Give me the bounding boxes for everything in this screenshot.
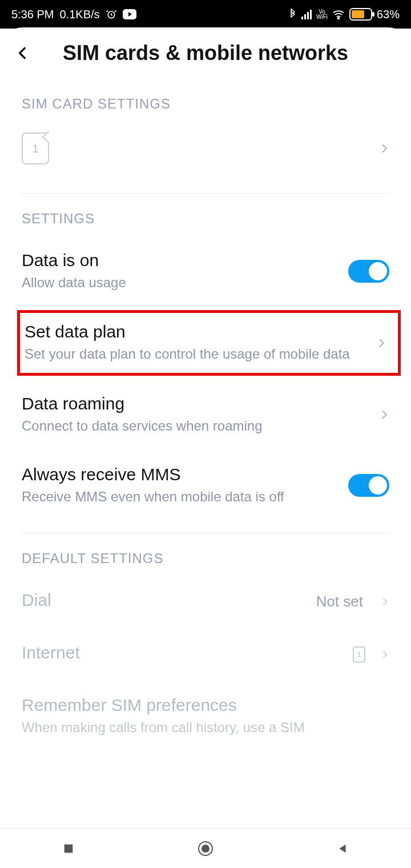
section-header-sim: SIM CARD SETTINGS: [0, 79, 411, 121]
set-data-plan-row[interactable]: Set data plan Set your data plan to cont…: [17, 310, 401, 375]
data-on-title: Data is on: [22, 251, 337, 270]
status-netspeed: 0.1KB/s: [59, 8, 99, 21]
internet-text: Internet: [22, 643, 341, 666]
data-roaming-text: Data roaming Connect to data services wh…: [22, 394, 368, 435]
mms-text: Always receive MMS Receive MMS even when…: [22, 465, 337, 506]
remember-sim-row[interactable]: Remember SIM preferences When making cal…: [0, 681, 411, 737]
vowifi-icon: Vo WiFi: [316, 9, 328, 19]
svg-rect-3: [65, 844, 73, 853]
data-on-sub: Allow data usage: [22, 274, 337, 292]
signal-icon: [301, 9, 312, 19]
alarm-icon: [106, 9, 117, 20]
data-roaming-title: Data roaming: [22, 394, 368, 413]
dial-value: Not set: [316, 593, 363, 610]
chevron-right-icon: [380, 648, 389, 661]
navigation-bar: [0, 828, 411, 868]
section-header-default: DEFAULT SETTINGS: [0, 533, 411, 576]
chevron-right-icon: [380, 595, 389, 609]
nav-back-button[interactable]: [331, 837, 354, 860]
status-right: Vo WiFi 63%: [289, 8, 400, 21]
wifi-icon: [332, 9, 345, 19]
set-data-plan-text: Set data plan Set your data plan to cont…: [25, 322, 365, 363]
app-bar: SIM cards & mobile networks: [0, 27, 411, 79]
mms-toggle-row[interactable]: Always receive MMS Receive MMS even when…: [0, 450, 411, 521]
nav-home-button[interactable]: [194, 837, 217, 860]
battery-percent: 63%: [377, 8, 400, 21]
dial-title: Dial: [22, 590, 305, 610]
nav-recent-button[interactable]: [57, 837, 80, 860]
mms-title: Always receive MMS: [22, 465, 337, 484]
dial-text: Dial: [22, 590, 305, 613]
chevron-right-icon: [376, 335, 386, 351]
data-roaming-sub: Connect to data services when roaming: [22, 417, 368, 435]
data-toggle-text: Data is on Allow data usage: [22, 251, 337, 292]
sim-slot-number: 1: [32, 142, 38, 155]
section-header-settings: SETTINGS: [0, 194, 411, 236]
mms-toggle-switch[interactable]: [348, 474, 389, 497]
status-left: 5:36 PM 0.1KB/s: [11, 8, 136, 21]
data-roaming-row[interactable]: Data roaming Connect to data services wh…: [0, 379, 411, 450]
status-time: 5:36 PM: [11, 8, 54, 21]
youtube-icon: [123, 9, 136, 19]
set-data-plan-sub: Set your data plan to control the usage …: [25, 345, 365, 363]
chevron-right-icon: [379, 407, 389, 423]
sim-card-icon: 1: [22, 132, 49, 164]
page-title: SIM cards & mobile networks: [11, 41, 400, 65]
svg-point-5: [202, 845, 209, 853]
chevron-right-icon: [379, 140, 389, 156]
sim-card-icon: 1: [353, 646, 365, 662]
screen: SIM cards & mobile networks SIM CARD SET…: [0, 27, 411, 737]
status-bar: 5:36 PM 0.1KB/s Vo WiFi 63%: [0, 0, 411, 29]
remember-sim-sub: When making calls from call history, use…: [22, 718, 389, 737]
data-toggle-switch[interactable]: [348, 260, 389, 283]
bluetooth-icon: [289, 9, 297, 20]
remember-sim-text: Remember SIM preferences When making cal…: [22, 696, 389, 737]
internet-title: Internet: [22, 643, 341, 662]
svg-point-2: [338, 18, 340, 19]
internet-row[interactable]: Internet 1: [0, 628, 411, 681]
data-toggle-row[interactable]: Data is on Allow data usage: [0, 236, 411, 307]
sim-slot-row[interactable]: 1: [0, 121, 411, 182]
remember-sim-title: Remember SIM preferences: [22, 696, 389, 715]
dial-row[interactable]: Dial Not set: [0, 576, 411, 628]
mms-sub: Receive MMS even when mobile data is off: [22, 488, 337, 506]
set-data-plan-title: Set data plan: [25, 322, 365, 341]
battery-icon: [349, 8, 372, 21]
